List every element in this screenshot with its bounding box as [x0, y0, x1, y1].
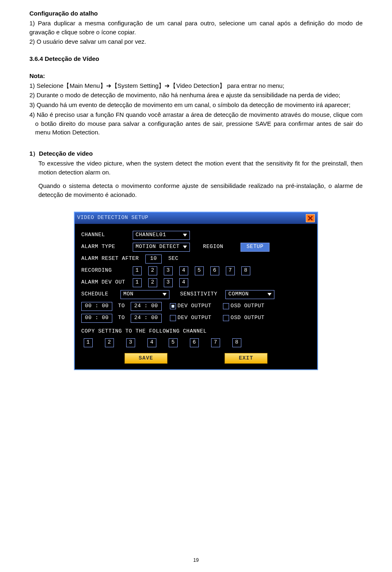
channel-toggle-7[interactable]: 7: [226, 266, 235, 275]
channel-label: CHANNEL: [81, 231, 130, 239]
copy-setting-label: COPY SETTING TO THE FOLLOWING CHANNEL: [81, 328, 207, 335]
channel-toggle-1[interactable]: 1: [133, 266, 142, 275]
chevron-down-icon: [183, 234, 187, 237]
region-label: REGION: [203, 243, 223, 251]
channel-toggle-2[interactable]: 2: [105, 338, 114, 347]
channel-toggle-1[interactable]: 1: [84, 338, 93, 347]
sec-label: SEC: [168, 255, 178, 263]
channel-toggle-5[interactable]: 5: [169, 338, 178, 347]
alarm-type-value: MOTION DETECT: [136, 243, 180, 251]
chevron-down-icon: [163, 293, 167, 296]
channel-value: CHANNEL01: [136, 231, 166, 239]
channel-dropdown[interactable]: CHANNEL01: [133, 231, 190, 240]
osd-output-checkbox-1[interactable]: [223, 303, 229, 309]
nota-2: 2) Durante o modo de detecção de movimen…: [29, 91, 363, 100]
deteccao-text-en: To excessive the video picture, when the…: [29, 159, 363, 177]
alarm-reset-field[interactable]: 10: [145, 255, 162, 264]
deteccao-text-pt: Quando o sistema detecta o movimento con…: [29, 181, 363, 199]
close-icon[interactable]: [306, 214, 315, 222]
region-setup-button[interactable]: SETUP: [241, 243, 270, 252]
dev-output-label: DEV OUTPUT: [178, 314, 212, 322]
chevron-down-icon: [267, 293, 272, 296]
osd-output-label: OSD OUTPUT: [231, 302, 265, 310]
to-label: TO: [118, 302, 125, 310]
alarm-type-label: ALARM TYPE: [81, 243, 130, 251]
channel-toggle-4[interactable]: 4: [179, 278, 188, 287]
exit-button[interactable]: EXIT: [225, 353, 267, 364]
channel-toggle-2[interactable]: 2: [148, 278, 157, 287]
nota-3: 3) Quando há um evento de detecção de mo…: [29, 101, 363, 109]
time2-start[interactable]: 00 : 00: [81, 314, 112, 323]
dev-output-checkbox-2[interactable]: [170, 315, 176, 321]
shortcut-text-2: 2) O usuário deve salvar um canal por ve…: [29, 37, 363, 46]
channel-toggle-3[interactable]: 3: [164, 278, 173, 287]
channel-toggle-8[interactable]: 8: [241, 266, 250, 275]
alarm-type-dropdown[interactable]: MOTION DETECT: [133, 243, 190, 252]
channel-toggle-3[interactable]: 3: [126, 338, 135, 347]
sensitivity-dropdown[interactable]: COMMON: [225, 290, 274, 299]
channel-toggle-8[interactable]: 8: [232, 338, 241, 347]
sensitivity-label: SENSITIVITY: [180, 290, 217, 298]
sensitivity-value: COMMON: [228, 290, 249, 298]
channel-toggle-4[interactable]: 4: [147, 338, 156, 347]
schedule-dropdown[interactable]: MON: [120, 290, 169, 299]
chevron-down-icon: [183, 246, 187, 248]
channel-toggle-6[interactable]: 6: [190, 338, 199, 347]
channel-toggle-2[interactable]: 2: [148, 266, 157, 275]
dev-output-label: DEV OUTPUT: [178, 302, 212, 310]
recording-label: RECORDING: [81, 267, 130, 275]
alarm-dev-out-label: ALARM DEV OUT: [81, 279, 130, 286]
time1-end[interactable]: 24 : 00: [131, 302, 162, 311]
nota-1: 1) Selecione【Main Menu】➔【System Setting】…: [29, 81, 363, 90]
time1-start[interactable]: 00 : 00: [81, 302, 112, 311]
alarm-reset-label: ALARM RESET AFTER: [81, 255, 139, 263]
schedule-label: SCHEDULE: [81, 290, 118, 298]
video-detection-dialog: VIDEO DETECTION SETUP CHANNEL CHANNEL01 …: [74, 212, 318, 371]
channel-toggle-7[interactable]: 7: [211, 338, 220, 347]
channel-toggle-5[interactable]: 5: [195, 266, 204, 275]
channel-toggle-6[interactable]: 6: [210, 266, 219, 275]
deteccao-video-heading: 1）Detecção de video: [29, 149, 363, 158]
dev-output-checkbox-1[interactable]: [170, 303, 176, 309]
dialog-titlebar: VIDEO DETECTION SETUP: [75, 212, 317, 224]
channel-toggle-4[interactable]: 4: [179, 266, 188, 275]
osd-output-checkbox-2[interactable]: [223, 315, 229, 321]
time2-end[interactable]: 24 : 00: [131, 314, 162, 323]
nota-heading: Nota:: [29, 72, 363, 80]
to-label: TO: [118, 314, 125, 322]
save-button[interactable]: SAVE: [125, 353, 167, 364]
shortcut-heading: Configuração do atalho: [29, 9, 363, 18]
channel-toggle-3[interactable]: 3: [164, 266, 173, 275]
dialog-title: VIDEO DETECTION SETUP: [77, 214, 148, 222]
section-364-heading: 3.6.4 Detecção de Vídeo: [29, 54, 363, 63]
nota-4: 4) Não é preciso usar a função FN quando…: [29, 110, 363, 137]
page-number: 19: [0, 557, 392, 564]
shortcut-text-1: 1) Para duplicar a mesma configuração de…: [29, 19, 363, 37]
osd-output-label: OSD OUTPUT: [231, 314, 265, 322]
schedule-value: MON: [123, 290, 134, 298]
channel-toggle-1[interactable]: 1: [133, 278, 142, 287]
